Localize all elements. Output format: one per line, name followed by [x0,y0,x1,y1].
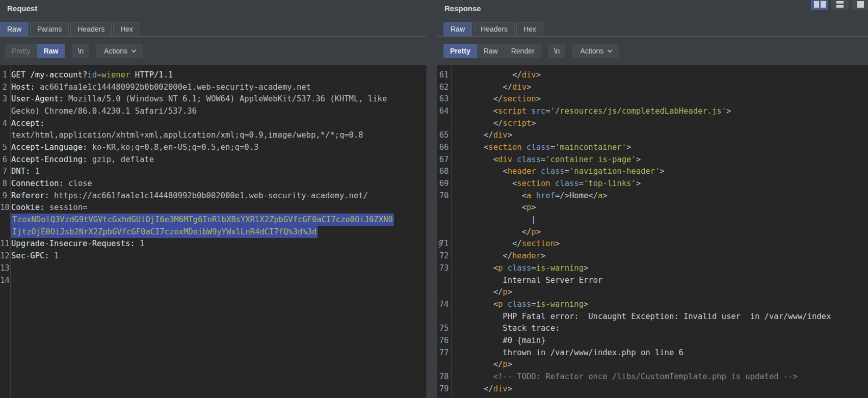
code-text[interactable]: User-Agent: Mozilla/5.0 (Windows NT 6.1;… [10,94,387,103]
response-actions-button[interactable]: Actions [572,44,619,58]
code-line[interactable]: 1GET /my-account?id=wiener HTTP/1.1 [0,69,426,81]
code-line[interactable]: 2Host: ac661faa1e1c144480992b0b002000e1.… [0,81,426,93]
view-button-pretty[interactable]: Pretty [5,44,37,58]
code-text[interactable]: thrown in /var/www/index.php on line 6 [451,348,683,357]
code-line[interactable]: 65 </div> [437,129,868,141]
code-line[interactable]: Gecko) Chrome/86.0.4230.1 Safari/537.36 [0,105,426,117]
code-text[interactable]: PHP Fatal error: Uncaught Exception: Inv… [451,312,831,321]
code-text[interactable]: | [451,215,536,224]
tab-params[interactable]: Params [30,22,69,36]
code-line[interactable]: IjtzOjE0OiJsb2NrX2ZpbGVfcGF0aCI7czoxMDoi… [0,226,426,238]
code-line[interactable]: TzoxNDoiQ3VzdG9tVGVtcGxhdGUiOjI6e3M6MTg6… [0,214,426,226]
code-text[interactable]: </section> [451,94,541,103]
code-line[interactable]: 61 </div> [437,69,868,81]
code-line[interactable]: 5Accept-Language: ko-KR,ko;q=0.8,en-US;q… [0,141,426,153]
code-text[interactable]: text/html,application/xhtml+xml,applicat… [10,130,363,140]
code-text[interactable]: IjtzOjE0OiJsb2NrX2ZpbGVfcGF0aCI7czoxMDoi… [10,227,318,236]
code-text[interactable]: </section> [451,239,560,248]
rows-layout-icon[interactable] [831,0,849,10]
code-line[interactable]: PHP Fatal error: Uncaught Exception: Inv… [437,310,868,323]
code-line[interactable]: 7DNT: 1 [0,166,426,178]
columns-layout-icon[interactable] [811,0,828,10]
view-button-pretty[interactable]: Pretty [443,44,477,58]
code-line[interactable]: 78 <!-- TODO: Refactor once /libs/Custom… [437,370,868,383]
tab-raw[interactable]: Raw [443,22,472,36]
code-text[interactable]: <p class=is-warning> [451,300,588,309]
code-text[interactable]: DNT: 1 [10,167,40,176]
view-button-raw[interactable]: Raw [477,44,505,58]
code-line[interactable]: 73 <p class=is-warning> [437,262,868,274]
request-newline-toggle[interactable]: \n [72,44,89,58]
code-line[interactable]: <p> [437,202,868,214]
request-actions-button[interactable]: Actions [96,44,143,58]
code-text[interactable]: Connection: close [10,179,92,188]
code-text[interactable]: <p class=is-warning> [451,263,588,273]
code-text[interactable]: </header> [451,251,545,260]
code-line[interactable]: </p> [437,226,868,238]
code-text[interactable]: </script> [451,119,536,128]
code-line[interactable]: 75 Stack trace: [437,322,868,334]
code-line[interactable]: 69 <section class='top-links'> [437,177,868,190]
code-line[interactable]: 76 #0 {main} [437,334,868,347]
code-text[interactable]: </p> [451,227,541,236]
code-text[interactable]: </div> [451,384,512,393]
code-line[interactable]: 74 <p class=is-warning> [437,298,868,310]
code-line[interactable]: 77 thrown in /var/www/index.php on line … [437,347,868,359]
tab-raw[interactable]: Raw [0,22,29,36]
code-text[interactable]: <header class='navigation-header'> [451,167,665,176]
code-text[interactable]: </p> [451,287,512,297]
tab-hex[interactable]: Hex [113,22,140,36]
code-line[interactable]: 72 </header> [437,250,868,262]
code-text[interactable]: TzoxNDoiQ3VzdG9tVGVtcGxhdGUiOjI6e3M6MTg6… [10,215,394,224]
code-text[interactable]: Sec-GPC: 1 [10,251,59,260]
code-text[interactable]: Referer: https://ac661faa1e1c144480992b0… [10,191,368,200]
code-line[interactable]: 66 <section class='maincontainer'> [437,141,868,153]
code-line[interactable]: 70 <a href=/>Home</a> [437,190,868,202]
tab-hex[interactable]: Hex [516,22,543,36]
code-line[interactable]: 6Accept-Encoding: gzip, deflate [0,153,426,166]
code-text[interactable]: <script src='/resources/js/completedLabH… [451,107,731,116]
code-line[interactable]: 10Cookie: session= [0,202,426,214]
code-text[interactable]: Gecko) Chrome/86.0.4230.1 Safari/537.36 [10,107,197,116]
single-pane-layout-icon[interactable] [852,0,868,10]
code-text[interactable]: Stack trace: [451,324,560,333]
code-line[interactable]: 67 <div class='container is-page'> [437,153,868,166]
code-text[interactable]: Accept-Language: ko-KR,ko;q=0.8,en-US;q=… [10,143,258,152]
code-line[interactable]: 79 </div> [437,383,868,395]
code-line[interactable]: 12Sec-GPC: 1 [0,250,426,262]
code-line[interactable]: 64 <script src='/resources/js/completedL… [437,105,868,117]
code-line[interactable]: 3User-Agent: Mozilla/5.0 (Windows NT 6.1… [0,93,426,105]
code-text[interactable]: #0 {main} [451,336,545,345]
code-line[interactable]: 4Accept: [0,117,426,129]
response-editor[interactable]: 61 </div>62 </div>63 </section>64 <scrip… [437,65,868,398]
response-newline-toggle[interactable]: \n [548,44,566,58]
view-button-render[interactable]: Render [505,44,541,58]
code-text[interactable]: </div> [451,70,541,79]
code-line[interactable]: 63 </section> [437,93,868,105]
code-text[interactable]: </p> [451,360,512,369]
code-line[interactable]: 13 [0,262,426,274]
code-line[interactable]: 68 <header class='navigation-header'> [437,166,868,178]
code-line[interactable]: text/html,application/xhtml+xml,applicat… [0,129,426,141]
code-text[interactable]: <section class='maincontainer'> [451,143,631,152]
code-text[interactable]: </div> [451,130,512,140]
code-line[interactable]: 8Connection: close [0,177,426,190]
code-text[interactable]: Accept: [10,119,44,128]
code-line[interactable]: 11Upgrade-Insecure-Requests: 1 [0,238,426,250]
request-editor[interactable]: 1GET /my-account?id=wiener HTTP/1.12Host… [0,65,426,398]
panel-divider[interactable] [426,65,427,398]
code-text[interactable]: <!-- TODO: Refactor once /libs/CustomTem… [451,372,798,381]
code-line[interactable]: </script> [437,117,868,129]
code-text[interactable]: Cookie: session= [10,203,87,212]
tab-headers[interactable]: Headers [70,22,112,36]
code-text[interactable]: <a href=/>Home</a> [451,191,608,200]
code-line[interactable]: Internal Server Error [437,274,868,286]
code-line[interactable]: </p> [437,286,868,298]
code-line[interactable]: 9Referer: https://ac661faa1e1c144480992b… [0,190,426,202]
code-line[interactable]: </p> [437,359,868,371]
tab-headers[interactable]: Headers [474,22,515,36]
code-line[interactable]: | [437,214,868,226]
code-text[interactable]: </div> [451,83,531,92]
code-text[interactable]: <section class='top-links'> [451,179,641,188]
code-line[interactable]: 62 </div> [437,81,868,93]
